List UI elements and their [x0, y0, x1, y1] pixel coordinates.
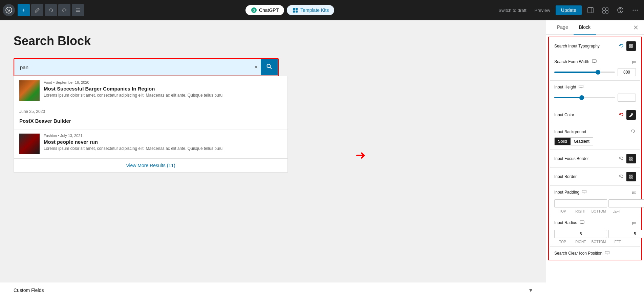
- result-title: PostX Beaver Builder: [19, 118, 71, 124]
- sidebar-toggle-button[interactable]: [584, 4, 597, 16]
- result-title: Most Successful Barger Companies In Regi…: [44, 86, 222, 92]
- panel-content: Search Input Typography: [546, 35, 644, 298]
- svg-rect-28: [631, 46, 633, 48]
- svg-rect-26: [631, 44, 633, 46]
- svg-rect-27: [629, 46, 631, 48]
- slider-thumb-height[interactable]: [579, 95, 584, 100]
- search-form-width-label: Search Form Width: [554, 59, 630, 64]
- menu-button[interactable]: [72, 4, 84, 16]
- gradient-button[interactable]: Gradient: [571, 138, 593, 145]
- search-form-width-slider[interactable]: [554, 72, 615, 73]
- svg-rect-41: [631, 175, 633, 176]
- input-height-slider[interactable]: [554, 97, 615, 98]
- list-view-button[interactable]: [599, 4, 611, 16]
- result-title: Most people never run: [44, 139, 222, 145]
- help-button[interactable]: [614, 4, 626, 16]
- input-background-reset-button[interactable]: [630, 128, 636, 135]
- tab-block[interactable]: Block: [574, 20, 596, 35]
- search-submit-button[interactable]: [261, 59, 278, 75]
- svg-rect-7: [296, 8, 298, 10]
- custom-fields-bar[interactable]: Custom Fields ▾: [0, 282, 546, 298]
- page-title: Search Block: [14, 34, 532, 48]
- custom-fields-label: Custom Fields: [14, 287, 44, 293]
- svg-rect-44: [582, 190, 586, 193]
- search-form-width-text: Search Form Width: [554, 59, 589, 64]
- input-height-input[interactable]: [618, 94, 636, 102]
- input-padding-unit: px: [632, 190, 636, 194]
- input-color-reset-button[interactable]: [618, 112, 624, 119]
- padding-labels: TOP RIGHT BOTTOM LEFT: [550, 210, 640, 215]
- slider-fill-height: [554, 97, 582, 98]
- undo-button[interactable]: [45, 4, 57, 16]
- typography-reset-button[interactable]: [618, 43, 624, 50]
- solid-button[interactable]: Solid: [555, 138, 571, 145]
- svg-rect-38: [629, 159, 631, 160]
- templatekits-button[interactable]: Template Kits: [287, 5, 334, 15]
- search-results: Food • September 16, 2020 Most Successfu…: [14, 76, 288, 159]
- preview-button[interactable]: Preview: [532, 6, 553, 14]
- input-padding-label: Input Padding: [554, 190, 630, 195]
- switch-draft-button[interactable]: Switch to draft: [496, 6, 529, 14]
- radius-labels: TOP RIGHT BOTTOM LEFT: [550, 240, 640, 245]
- slider-thumb[interactable]: [596, 70, 600, 75]
- search-clear-button[interactable]: ×: [252, 61, 261, 74]
- chatgpt-button[interactable]: G ChatGPT: [245, 5, 284, 15]
- panel-tabs: Page Block: [546, 20, 644, 35]
- input-color-row: Input Color: [550, 107, 640, 122]
- svg-rect-10: [588, 7, 593, 13]
- toolbar-center: G ChatGPT Template Kits: [85, 5, 494, 15]
- add-block-button[interactable]: +: [18, 4, 30, 16]
- result-date: June 25, 2023: [19, 109, 45, 114]
- edit-button[interactable]: [31, 4, 43, 16]
- input-padding-inputs: [550, 197, 640, 210]
- result-meta: Food • September 16, 2020: [44, 80, 222, 84]
- input-padding-row: Input Padding px: [550, 187, 640, 197]
- svg-point-19: [635, 10, 636, 11]
- result-excerpt: Lorems ipsum dolor sit amet, consectetur…: [44, 146, 222, 151]
- tab-page[interactable]: Page: [552, 20, 574, 35]
- more-options-button[interactable]: [629, 4, 641, 16]
- input-focus-border-settings-button[interactable]: [626, 154, 636, 163]
- svg-rect-37: [631, 157, 633, 158]
- input-height-slider-row: [550, 92, 640, 104]
- svg-rect-36: [629, 157, 631, 158]
- view-more-button[interactable]: View More Results (11): [14, 159, 288, 173]
- wp-logo[interactable]: [3, 4, 15, 16]
- svg-text:G: G: [253, 8, 255, 12]
- search-input-typography-label: Search Input Typography: [554, 44, 616, 48]
- chatgpt-label: ChatGPT: [259, 7, 279, 13]
- input-focus-border-reset-button[interactable]: [618, 155, 624, 162]
- svg-point-20: [637, 10, 638, 11]
- redo-button[interactable]: [58, 4, 70, 16]
- view-more-label: View More Results (11): [126, 163, 175, 168]
- padding-left-label: LEFT: [608, 210, 625, 213]
- radius-right-input[interactable]: [608, 230, 644, 238]
- search-form-width-input[interactable]: [618, 68, 636, 76]
- monitor-icon-clear: [605, 251, 609, 256]
- radius-bottom-label: BOTTOM: [591, 240, 607, 244]
- svg-rect-6: [293, 8, 295, 10]
- svg-rect-39: [631, 159, 633, 160]
- svg-rect-25: [629, 44, 631, 46]
- input-border-settings-button[interactable]: [626, 172, 636, 181]
- radius-top-input[interactable]: [554, 230, 607, 238]
- input-border-reset-button[interactable]: [618, 173, 624, 180]
- input-color-picker-button[interactable]: [626, 110, 636, 120]
- svg-rect-48: [580, 221, 584, 223]
- input-focus-border-label: Input Focus Border: [554, 156, 616, 161]
- red-border-section: Search Input Typography: [548, 37, 642, 260]
- radius-right-label: RIGHT: [572, 240, 589, 244]
- monitor-icon-radius: [580, 220, 584, 225]
- svg-rect-42: [629, 177, 631, 178]
- panel-close-button[interactable]: [633, 20, 639, 34]
- typography-settings-button[interactable]: [626, 41, 636, 51]
- svg-point-21: [267, 64, 270, 68]
- search-form-width-unit: px: [632, 60, 636, 64]
- padding-top-input[interactable]: [554, 199, 607, 207]
- update-button[interactable]: Update: [556, 5, 582, 15]
- padding-top-label: TOP: [554, 210, 571, 213]
- result-thumbnail: [19, 134, 40, 154]
- search-input[interactable]: [15, 60, 252, 74]
- result-meta: Fashion • July 13, 2021: [44, 134, 222, 138]
- padding-right-input[interactable]: [608, 199, 644, 207]
